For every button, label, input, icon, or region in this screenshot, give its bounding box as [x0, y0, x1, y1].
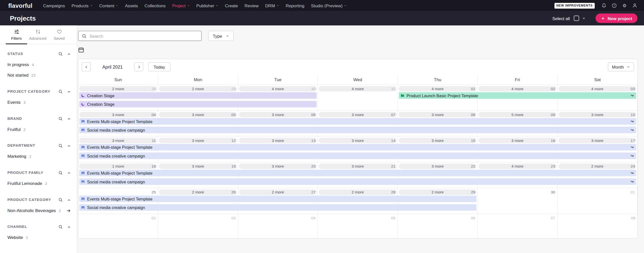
tab-filters[interactable]: Filters — [6, 29, 27, 44]
view-selector-button[interactable]: Month — [608, 62, 634, 71]
more-events-pill[interactable]: 5 more — [479, 112, 556, 117]
nav-item-create[interactable]: Create — [225, 3, 238, 8]
more-events-pill[interactable]: 3 more — [399, 164, 476, 169]
more-events-pill[interactable]: 3 more — [479, 138, 556, 143]
filter-item-marketing[interactable]: Marketing2 — [7, 154, 71, 159]
nav-item-assets[interactable]: Assets — [125, 3, 138, 8]
day-cell[interactable]: 07 — [478, 214, 557, 238]
day-cell[interactable]: 01 — [558, 188, 637, 214]
calendar-event[interactable]: Product Launch Basic Project Template — [399, 92, 636, 99]
new-improvements-badge[interactable]: NEW IMPROVEMENTS — [554, 3, 595, 9]
day-cell[interactable]: 06 — [398, 214, 478, 238]
more-events-pill[interactable]: 4 more — [479, 86, 556, 91]
nav-item-publisher[interactable]: Publisher — [196, 3, 218, 8]
search-icon[interactable] — [58, 171, 63, 175]
filter-item-fruitful-lemonade[interactable]: Fruitful Lemonade2 — [7, 181, 71, 186]
filter-item-not-started[interactable]: Not started22 — [7, 73, 71, 78]
more-events-pill[interactable]: 3 more — [239, 164, 317, 169]
calendar-event[interactable]: Social media creative campaign — [79, 153, 636, 159]
search-icon[interactable] — [58, 116, 63, 121]
more-events-pill[interactable]: 2 more — [159, 189, 237, 195]
chevron-up-icon[interactable] — [67, 117, 71, 121]
search-icon[interactable] — [58, 89, 63, 94]
day-cell[interactable]: 08 — [558, 214, 637, 238]
calendar-event[interactable]: Events Multi-stage Project Template — [79, 118, 636, 125]
day-cell[interactable]: 04 — [238, 214, 318, 238]
more-events-pill[interactable]: 3 more — [399, 112, 476, 117]
today-button[interactable]: Today — [148, 62, 170, 71]
calendar-event[interactable]: Social media creative campaign — [79, 178, 636, 185]
search-icon[interactable] — [58, 143, 63, 148]
more-events-pill[interactable]: 3 more — [319, 164, 397, 169]
calendar-event[interactable]: Social media creative campaign — [79, 127, 636, 133]
chevron-up-icon[interactable] — [67, 171, 71, 175]
filter-item-events[interactable]: Events3 — [7, 100, 71, 105]
nav-item-studio-preview[interactable]: Studio (Preview) — [311, 3, 347, 8]
tab-saved[interactable]: Saved — [49, 29, 70, 44]
nav-item-collections[interactable]: Collections — [144, 3, 166, 8]
more-events-pill[interactable]: 3 more — [399, 138, 476, 143]
more-events-pill[interactable]: 3 more — [79, 112, 157, 117]
nav-item-products[interactable]: Products — [71, 3, 93, 8]
calendar-event[interactable]: Creation Stage — [79, 92, 317, 99]
calendar-event[interactable]: Social media creative campaign — [79, 204, 476, 211]
app-logo[interactable]: flavorful — [8, 2, 32, 9]
nav-item-review[interactable]: Review — [244, 3, 258, 8]
filter-item-non-alcoholic-beverages[interactable]: Non-Alcoholic Beverages2 — [7, 208, 71, 213]
more-events-pill[interactable]: 4 more — [558, 86, 636, 91]
filter-item-fruitful[interactable]: Fruitful2 — [7, 127, 71, 132]
chevron-up-icon[interactable] — [67, 144, 71, 148]
calendar-event[interactable]: Events Multi-stage Project Template — [79, 195, 476, 202]
day-cell[interactable]: 02 — [79, 214, 158, 238]
notifications-icon[interactable] — [599, 3, 608, 9]
more-events-pill[interactable]: 3 more — [558, 112, 636, 117]
day-cell[interactable]: 30 — [478, 188, 557, 214]
search-input[interactable] — [90, 33, 198, 38]
calendar-view-button[interactable] — [78, 47, 84, 53]
day-cell[interactable]: 4 more31 — [318, 85, 398, 110]
more-events-pill[interactable]: 3 more — [159, 112, 237, 117]
more-events-pill[interactable]: 2 more — [239, 189, 317, 195]
chevron-up-icon[interactable] — [67, 90, 71, 94]
search-icon[interactable] — [58, 198, 63, 202]
day-cell[interactable]: 05 — [318, 214, 398, 238]
filter-item-website[interactable]: Website2 — [7, 235, 71, 240]
arrow-right-icon[interactable] — [66, 208, 71, 213]
new-project-button[interactable]: New project — [596, 14, 637, 23]
filter-item-in-progress[interactable]: In progress4 — [7, 62, 71, 67]
user-icon[interactable] — [630, 3, 639, 9]
search-icon[interactable] — [58, 225, 63, 229]
more-events-pill[interactable]: 3 more — [79, 138, 157, 143]
select-all-checkbox[interactable] — [574, 16, 579, 21]
nav-item-project[interactable]: Project — [172, 3, 190, 8]
more-events-pill[interactable]: 2 more — [79, 86, 157, 91]
calendar-event[interactable]: Events Multi-stage Project Template — [79, 144, 636, 150]
type-filter-button[interactable]: Type — [208, 31, 234, 41]
more-events-pill[interactable]: 4 more — [239, 86, 317, 91]
more-events-pill[interactable]: 4 more — [479, 164, 556, 169]
more-events-pill[interactable]: 2 more — [159, 86, 237, 91]
more-events-pill[interactable]: 3 more — [159, 164, 237, 169]
more-events-pill[interactable]: 3 more — [319, 112, 397, 117]
more-events-pill[interactable]: 3 more — [239, 112, 317, 117]
nav-item-reporting[interactable]: Reporting — [286, 3, 304, 8]
chevron-up-icon[interactable] — [67, 198, 71, 202]
more-events-pill[interactable]: 4 more — [319, 86, 397, 91]
more-events-pill[interactable]: 3 more — [558, 138, 636, 143]
prev-month-button[interactable] — [82, 62, 91, 71]
more-events-pill[interactable]: 3 more — [319, 138, 397, 143]
more-events-pill[interactable]: 3 more — [159, 138, 237, 143]
nav-item-drm[interactable]: DRM — [265, 3, 279, 8]
next-month-button[interactable] — [134, 62, 143, 71]
chevron-down-icon[interactable] — [582, 16, 586, 20]
settings-gear-icon[interactable]: ⚙ — [620, 3, 629, 9]
more-events-pill[interactable]: 2 more — [319, 189, 397, 195]
nav-item-campaigns[interactable]: Campaigns — [43, 3, 65, 8]
day-cell[interactable]: 03 — [158, 214, 238, 238]
more-events-pill[interactable]: 2 more — [558, 164, 636, 169]
calendar-event[interactable]: Creation Stage — [79, 101, 317, 107]
chevron-up-icon[interactable] — [67, 225, 71, 229]
calendar-event[interactable]: Events Multi-stage Project Template — [79, 170, 636, 176]
more-events-pill[interactable]: 2 more — [399, 189, 476, 195]
more-events-pill[interactable]: 3 more — [239, 138, 317, 143]
